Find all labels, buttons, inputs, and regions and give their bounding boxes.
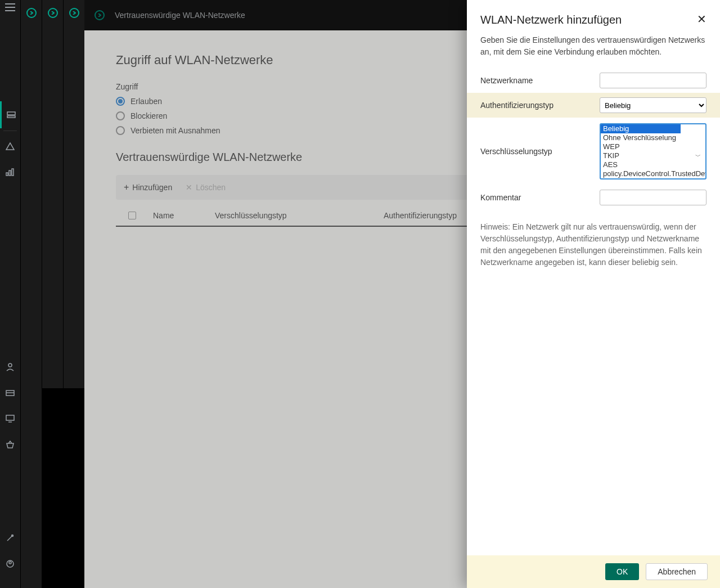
svg-point-12 bbox=[9, 562, 11, 564]
button-label: OK bbox=[616, 567, 628, 576]
nav-item-account[interactable] bbox=[0, 551, 20, 577]
label-auth-type: Authentifizierungstyp bbox=[480, 101, 600, 110]
enc-type-listbox[interactable]: Beliebig Ohne Verschlüsselung WEP TKIP A… bbox=[600, 123, 706, 179]
option-aes[interactable]: AES bbox=[601, 160, 705, 169]
bc-col-3[interactable] bbox=[63, 0, 84, 388]
panel-title: WLAN-Netzwerk hinzufügen bbox=[480, 14, 622, 26]
svg-rect-4 bbox=[12, 169, 14, 176]
svg-rect-3 bbox=[9, 170, 11, 176]
chevron-right-icon bbox=[69, 8, 79, 18]
label-enc-type: Verschlüsselungstyp bbox=[480, 147, 600, 156]
option-policy[interactable]: policy.DeviceControl.TrustedDevices bbox=[601, 169, 705, 178]
option-tkip[interactable]: TKIP bbox=[601, 151, 705, 160]
field-enc-type: Verschlüsselungstyp Beliebig Ohne Versch… bbox=[480, 118, 706, 185]
auth-type-select[interactable]: Beliebig bbox=[600, 97, 706, 113]
button-label: Abbrechen bbox=[658, 567, 696, 576]
bc-col-2[interactable] bbox=[42, 0, 63, 388]
svg-point-5 bbox=[8, 363, 12, 367]
breadcrumb-columns bbox=[20, 0, 84, 588]
menu-icon[interactable] bbox=[5, 3, 15, 11]
panel-note: Hinweis: Ein Netzwerk gilt nur als vertr… bbox=[480, 221, 706, 268]
nav-item-1[interactable] bbox=[0, 101, 20, 128]
nav-item-settings[interactable] bbox=[0, 525, 20, 551]
field-comment: Kommentar bbox=[480, 185, 706, 210]
panel-description: Geben Sie die Einstellungen des vertraue… bbox=[480, 34, 706, 58]
nav-item-card[interactable] bbox=[0, 380, 20, 406]
nav-item-alert[interactable] bbox=[0, 133, 20, 159]
nav-item-basket[interactable] bbox=[0, 432, 20, 457]
nav-rail bbox=[0, 0, 20, 588]
chevron-right-icon[interactable] bbox=[94, 10, 105, 20]
cancel-button[interactable]: Abbrechen bbox=[646, 563, 708, 580]
nav-item-monitor[interactable] bbox=[0, 406, 20, 432]
side-panel: WLAN-Netzwerk hinzufügen ✕ Geben Sie die… bbox=[467, 0, 720, 588]
option-wep[interactable]: WEP bbox=[601, 142, 705, 151]
chevron-right-icon bbox=[26, 8, 37, 18]
chevron-down-icon: ﹀ bbox=[695, 152, 701, 160]
field-auth-type: Authentifizierungstyp Beliebig bbox=[467, 93, 720, 118]
field-network-name: Netzwerkname bbox=[480, 68, 706, 93]
svg-rect-2 bbox=[6, 173, 8, 176]
network-name-input[interactable] bbox=[600, 73, 706, 88]
svg-rect-8 bbox=[6, 415, 14, 420]
nav-item-user[interactable] bbox=[0, 354, 20, 380]
label-network-name: Netzwerkname bbox=[480, 76, 600, 85]
comment-input[interactable] bbox=[600, 190, 706, 205]
svg-rect-0 bbox=[7, 112, 15, 115]
label-comment: Kommentar bbox=[480, 193, 600, 202]
nav-item-chart[interactable] bbox=[0, 159, 20, 185]
svg-rect-1 bbox=[7, 116, 15, 118]
option-beliebig[interactable]: Beliebig bbox=[601, 124, 681, 133]
ok-button[interactable]: OK bbox=[605, 563, 639, 580]
chevron-right-icon bbox=[48, 8, 58, 18]
panel-footer: OK Abbrechen bbox=[467, 555, 720, 588]
option-none[interactable]: Ohne Verschlüsselung bbox=[601, 133, 705, 142]
page-title: Vertrauenswürdige WLAN-Netzwerke bbox=[115, 11, 245, 20]
bc-col-1[interactable] bbox=[20, 0, 42, 588]
close-icon[interactable]: ✕ bbox=[697, 14, 706, 25]
